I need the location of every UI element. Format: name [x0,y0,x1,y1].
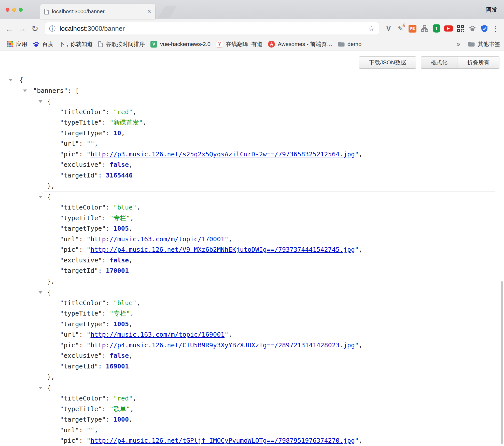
bookmarks-overflow-chevron[interactable]: » [454,40,463,48]
new-tab-button[interactable] [158,6,177,18]
bookmark-vue-hackernews[interactable]: V vue-hackernews-2.0 [148,41,213,48]
vertical-scrollbar-thumb[interactable] [501,281,503,444]
json-punctuation: : [106,108,114,116]
json-punctuation: }, [47,373,55,380]
bookmark-apps[interactable]: 应用 [4,40,30,48]
tab-close-icon[interactable]: × [147,8,151,15]
json-string-value: "red" [114,108,133,116]
json-property-line: "titleColor": "blue", [44,202,495,213]
json-punctuation: , [136,204,140,211]
zoom-window-button[interactable] [19,8,23,12]
json-key: "url" [60,140,79,147]
bookmark-demo-folder[interactable]: demo [335,41,364,48]
json-key: "pic" [60,151,79,158]
collapse-triangle-icon[interactable] [9,79,13,81]
reload-button[interactable]: ↻ [29,24,41,33]
json-key: "typeTitle" [60,310,102,317]
json-punctuation: : [106,129,114,137]
json-punctuation: " [87,341,90,349]
json-property-line: "targetType": 1005, [44,319,495,330]
json-key: "targetType" [60,416,106,423]
json-punctuation: : [106,416,114,423]
info-icon[interactable]: ⓘ [49,24,55,33]
collapse-triangle-icon[interactable] [23,90,27,92]
json-punctuation: , [359,151,362,158]
bookmark-google-sort[interactable]: 谷歌按时间排序 [95,40,148,48]
org-chart-icon[interactable] [418,23,430,34]
forward-button[interactable]: → [16,24,29,33]
close-window-button[interactable] [6,8,9,12]
json-object-close-line: }, [44,181,495,191]
json-url-link[interactable]: http://p3.music.126.net/s25q2x5QyqsAzilC… [90,151,355,158]
json-object-close-line: }, [44,276,495,287]
json-punctuation: : [98,267,106,274]
json-punctuation: }, [47,182,55,189]
json-property-line: "targetType": 1000, [44,414,495,425]
folder-icon [338,41,345,47]
extension-v-icon[interactable]: V [383,23,395,34]
json-punctuation: : [79,235,87,243]
json-url-link[interactable]: http://music.163.com/m/topic/169001 [90,331,225,338]
json-url-link[interactable]: http://p4.music.126.net/CTU5B9R9y3XyYBZX… [90,341,355,349]
youtube-icon[interactable] [442,23,454,34]
json-root-line: { [0,75,504,85]
json-punctuation: " [87,235,90,243]
json-key: "typeTitle" [60,119,102,126]
translate-pen-icon[interactable]: ✎英 [395,23,407,34]
back-button[interactable]: ← [3,24,16,33]
json-key: "typeTitle" [60,214,102,222]
collapse-triangle-icon[interactable] [38,100,43,103]
paw-extension-icon[interactable] [466,23,478,34]
json-property-line: "titleColor": "red", [44,393,495,404]
json-punctuation: " [355,437,359,444]
json-punctuation: , [129,161,133,168]
json-property-line: "exclusive": false, [44,159,495,170]
json-property-line: "url": "", [44,425,495,436]
browser-tab[interactable]: localhost:3000/banner × [40,4,155,19]
json-property-line: "titleColor": "red", [44,107,495,117]
bookmark-star-icon[interactable]: ☆ [368,25,375,32]
page-doc-icon [98,41,103,47]
json-punctuation: : [102,352,110,359]
collapse-triangle-icon[interactable] [38,291,43,294]
json-property-line: "targetType": 1005, [44,223,495,234]
json-string-value: "歌单" [110,405,130,413]
minimize-window-button[interactable] [12,8,16,12]
green-shield-extension-icon[interactable]: t [430,23,442,34]
browser-menu-icon[interactable]: ⋮ [490,25,501,33]
bookmark-label: 百度一下，你就知道 [42,40,93,48]
other-bookmarks[interactable]: 其他书签 [463,40,500,48]
json-property-line: "pic": "http://p4.music.126.net/CTU5B9R9… [44,340,495,351]
collapse-triangle-icon[interactable] [38,196,43,198]
json-property-line: "pic": "http://p4.music.126.net/tGPljf-I… [44,435,495,446]
json-punctuation: { [47,384,51,392]
address-bar[interactable]: ⓘ localhost:3000/banner ☆ [45,22,379,35]
navigation-toolbar: ← → ↻ ⓘ localhost:3000/banner ☆ V ✎英 FE … [0,19,504,38]
profile-name[interactable]: 阿发 [486,6,497,14]
json-property-line: "targetType": 10, [44,128,495,139]
json-punctuation: , [130,214,134,222]
bookmark-label: 谷歌按时间排序 [106,40,145,48]
json-banner-objects: {"titleColor": "red","typeTitle": "新碟首发"… [0,96,504,446]
json-url-link[interactable]: http://p4.music.126.net/tGPljf-IMOCyPvum… [90,437,355,444]
baidu-paw-icon [33,41,39,48]
fe-extension-icon[interactable]: FE [407,23,418,34]
json-key: "targetId" [60,172,98,179]
collapse-all-button[interactable]: 折叠所有 [457,56,499,69]
json-url-link[interactable]: http://music.163.com/m/topic/170001 [90,235,225,243]
json-key: "targetId" [60,363,98,370]
json-number-value: 10 [114,129,121,137]
url-text: localhost:3000/banner [60,25,125,33]
bookmark-youdao-translate[interactable]: Y 在线翻译_有道 [213,40,265,48]
blue-shield-check-icon[interactable] [478,23,490,34]
download-json-button[interactable]: 下载JSON数据 [359,56,416,69]
collapse-triangle-icon[interactable] [38,387,43,389]
qr-code-icon[interactable] [454,23,466,34]
bookmark-awesomes[interactable]: A Awesomes - 前端资… [265,40,335,48]
bookmark-baidu[interactable]: 百度一下，你就知道 [30,40,95,48]
bookmark-label: 应用 [16,40,27,48]
json-punctuation: , [129,416,133,423]
format-button[interactable]: 格式化 [421,56,457,69]
json-url-link[interactable]: http://p4.music.126.net/V9-MXz6b2MNhEKju… [90,246,355,253]
json-object: {"titleColor": "blue","typeTitle": "专栏",… [44,287,495,382]
